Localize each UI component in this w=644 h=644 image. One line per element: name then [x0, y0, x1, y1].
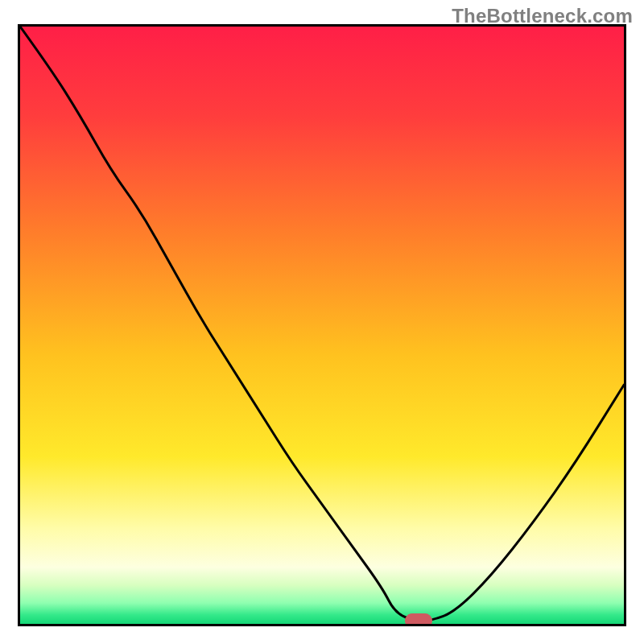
- chart-svg: [20, 27, 624, 624]
- optimum-marker: [405, 613, 432, 626]
- chart-stage: TheBottleneck.com: [0, 0, 644, 644]
- chart-frame: [18, 24, 626, 626]
- chart-background: [20, 27, 624, 624]
